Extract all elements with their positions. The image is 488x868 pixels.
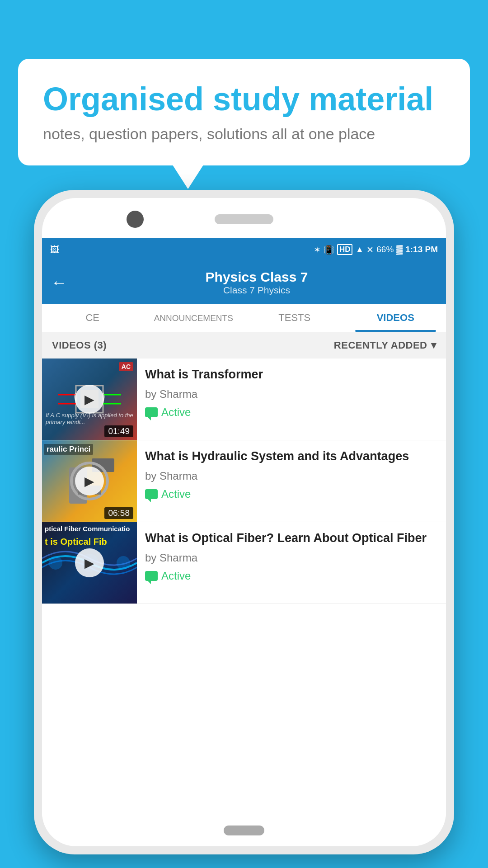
tab-videos[interactable]: VIDEOS (345, 304, 446, 332)
signal-icon: ✕ (366, 245, 374, 255)
video-status-1: Active (145, 406, 438, 419)
phone-speaker (215, 214, 273, 224)
thumb-top-label-3b: t is Optical Fib (42, 537, 137, 547)
phone-frame: 🖼 ✶ 📳 HD ▲ ✕ 66% ▓ 1:13 PM ← Physics Cla… (34, 190, 454, 854)
wifi-icon: ▲ (355, 245, 364, 255)
video-status-3: Active (145, 570, 438, 582)
status-left: 🖼 (50, 245, 59, 255)
play-button-1[interactable]: ▶ (75, 385, 104, 414)
chat-icon-3 (145, 571, 158, 581)
sort-label: RECENTLY ADDED (334, 340, 427, 351)
video-title-3: What is Optical Fiber? Learn About Optic… (145, 530, 438, 546)
video-author-3: by Sharma (145, 552, 438, 564)
tab-tests[interactable]: TESTS (244, 304, 345, 332)
header-breadcrumb: Class 7 Physics (76, 285, 437, 296)
play-button-3[interactable]: ▶ (75, 548, 104, 577)
video-author-1: by Sharma (145, 388, 438, 401)
chat-icon-1 (145, 407, 158, 417)
video-info-1: What is Transformer by Sharma Active (137, 359, 446, 427)
phone-camera (127, 211, 144, 228)
videos-header: VIDEOS (3) RECENTLY ADDED ▾ (42, 332, 446, 359)
videos-count: VIDEOS (3) (52, 340, 107, 351)
phone-screen: 🖼 ✶ 📳 HD ▲ ✕ 66% ▓ 1:13 PM ← Physics Cla… (42, 238, 446, 818)
tab-bar: CE ANNOUNCEMENTS TESTS VIDEOS (42, 304, 446, 332)
video-info-2: What is Hydraulic System and its Advanta… (137, 440, 446, 509)
video-info-3: What is Optical Fiber? Learn About Optic… (137, 522, 446, 590)
thumb-top-label-3a: ptical Fiber Communicatio (42, 525, 137, 533)
video-item-3[interactable]: ptical Fiber Communicatio t is Optical F… (42, 522, 446, 604)
status-bar: 🖼 ✶ 📳 HD ▲ ✕ 66% ▓ 1:13 PM (42, 238, 446, 261)
thumb-caption-1: If A.C supply (V₁) is applied to the pri… (42, 410, 137, 427)
phone-home-button[interactable] (224, 826, 264, 835)
svg-point-12 (117, 556, 130, 570)
thumb-top-label-2: raulic Princi (44, 444, 93, 455)
status-right: ✶ 📳 HD ▲ ✕ 66% ▓ 1:13 PM (314, 244, 438, 255)
thumb-label-1: AC (119, 362, 133, 371)
video-title-1: What is Transformer (145, 367, 438, 382)
battery-icon: ▓ (396, 245, 403, 255)
status-image-icon: 🖼 (50, 245, 59, 255)
battery-percent: 66% (376, 245, 394, 255)
bubble-subtitle: notes, question papers, solutions all at… (43, 125, 445, 143)
video-list: AC ▶ 01:49 If A.C supply (V₁) is applied… (42, 359, 446, 604)
chat-icon-2 (145, 489, 158, 499)
video-title-2: What is Hydraulic System and its Advanta… (145, 448, 438, 464)
play-button-2[interactable]: ▶ (75, 467, 104, 495)
video-duration-2: 06:58 (104, 507, 133, 519)
video-thumbnail-3: ptical Fiber Communicatio t is Optical F… (42, 522, 137, 604)
video-thumbnail-1: AC ▶ 01:49 If A.C supply (V₁) is applied… (42, 359, 137, 440)
video-status-2: Active (145, 488, 438, 500)
video-author-2: by Sharma (145, 470, 438, 482)
bluetooth-icon: ✶ (314, 245, 321, 255)
app-header: ← Physics Class 7 Class 7 Physics (42, 261, 446, 304)
bubble-title: Organised study material (43, 81, 445, 117)
header-text: Physics Class 7 Class 7 Physics (76, 269, 437, 296)
tab-ce[interactable]: CE (42, 304, 143, 332)
status-label-3: Active (161, 570, 191, 582)
tab-announcements[interactable]: ANNOUNCEMENTS (143, 304, 244, 332)
svg-point-10 (49, 556, 62, 570)
phone-inner: 🖼 ✶ 📳 HD ▲ ✕ 66% ▓ 1:13 PM ← Physics Cla… (42, 198, 446, 846)
status-label-2: Active (161, 488, 191, 500)
time: 1:13 PM (405, 245, 438, 255)
video-item-1[interactable]: AC ▶ 01:49 If A.C supply (V₁) is applied… (42, 359, 446, 440)
video-thumbnail-2: raulic Princi ▶ 06:58 (42, 440, 137, 522)
chevron-down-icon: ▾ (431, 340, 436, 351)
video-item-2[interactable]: raulic Princi ▶ 06:58 What is Hydraulic … (42, 440, 446, 522)
back-button[interactable]: ← (51, 273, 67, 292)
status-label-1: Active (161, 406, 191, 419)
vibrate-icon: 📳 (324, 245, 334, 255)
sort-dropdown[interactable]: RECENTLY ADDED ▾ (334, 340, 436, 351)
hd-badge: HD (337, 244, 353, 255)
header-title: Physics Class 7 (76, 269, 437, 285)
speech-bubble: Organised study material notes, question… (18, 59, 470, 165)
